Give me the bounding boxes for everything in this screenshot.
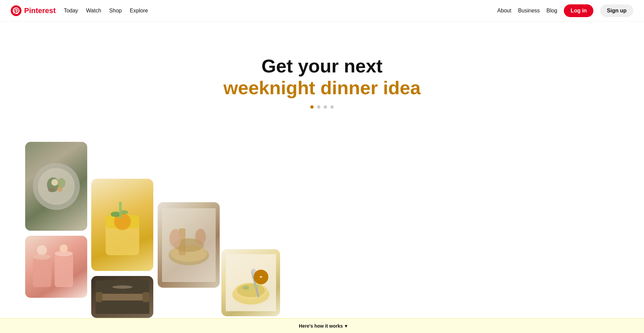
svg-point-25 (33, 254, 51, 260)
nav-watch[interactable]: Watch (86, 6, 101, 15)
scroll-down-button[interactable] (254, 270, 268, 284)
nav-left: Pinterest Today Watch Shop Explore (11, 5, 148, 16)
svg-rect-30 (143, 292, 149, 302)
collage-image-rolling (91, 276, 153, 318)
svg-point-6 (57, 186, 62, 192)
hero-dots (223, 105, 421, 109)
salad-illustration (30, 160, 83, 213)
dot-1[interactable] (310, 105, 314, 109)
hero-section: Get your next weeknight dinner idea (0, 0, 644, 333)
chevron-down-icon: ▾ (345, 323, 347, 329)
svg-point-31 (112, 285, 132, 289)
how-it-works-label: Here's how it works (299, 323, 343, 329)
signup-button[interactable]: Sign up (600, 4, 633, 17)
hero-title-line1: Get your next (223, 55, 421, 77)
nav-today[interactable]: Today (64, 6, 78, 15)
svg-point-38 (243, 286, 249, 290)
image-collage (0, 142, 235, 316)
login-button[interactable]: Log in (564, 4, 593, 17)
rolling-illustration (96, 280, 149, 314)
nav-business[interactable]: Business (518, 8, 540, 14)
dot-3[interactable] (324, 105, 327, 109)
svg-rect-13 (119, 202, 122, 218)
drinks2-illustration (30, 240, 83, 294)
logo-text: Pinterest (24, 6, 56, 15)
svg-point-23 (37, 245, 47, 255)
collage-image-bowl (221, 249, 280, 316)
cooking-illustration (162, 208, 216, 282)
svg-point-20 (195, 229, 206, 245)
svg-point-39 (253, 284, 259, 288)
svg-point-35 (237, 284, 265, 297)
how-it-works-bar[interactable]: Here's how it works ▾ (0, 318, 644, 333)
svg-rect-22 (55, 254, 73, 287)
logo[interactable]: Pinterest (11, 5, 56, 16)
nav-explore[interactable]: Explore (130, 6, 148, 15)
svg-point-7 (48, 187, 55, 192)
svg-point-4 (57, 178, 65, 188)
bowl-illustration (226, 254, 276, 311)
dot-4[interactable] (330, 105, 334, 109)
navbar: Pinterest Today Watch Shop Explore About… (0, 0, 644, 21)
svg-point-0 (11, 5, 21, 16)
nav-blog[interactable]: Blog (546, 8, 557, 14)
collage-image-cooking (158, 202, 220, 288)
svg-point-5 (51, 179, 58, 186)
dot-2[interactable] (317, 105, 320, 109)
drink-illustration (96, 188, 149, 262)
svg-point-19 (169, 229, 181, 248)
nav-about[interactable]: About (497, 8, 512, 14)
nav-shop[interactable]: Shop (109, 6, 122, 15)
collage-image-drink (91, 179, 153, 271)
hero-title-line2: weeknight dinner idea (223, 77, 421, 99)
collage-image-salad (25, 142, 87, 231)
svg-rect-21 (33, 257, 51, 287)
chevron-down-icon (257, 273, 265, 281)
nav-right: About Business Blog Log in Sign up (497, 4, 633, 17)
collage-image-drinks2 (25, 236, 87, 298)
svg-rect-29 (96, 292, 102, 302)
svg-rect-28 (99, 294, 146, 300)
pinterest-logo-icon (11, 5, 21, 16)
hero-text-block: Get your next weeknight dinner idea (223, 55, 421, 109)
svg-point-26 (55, 251, 73, 256)
